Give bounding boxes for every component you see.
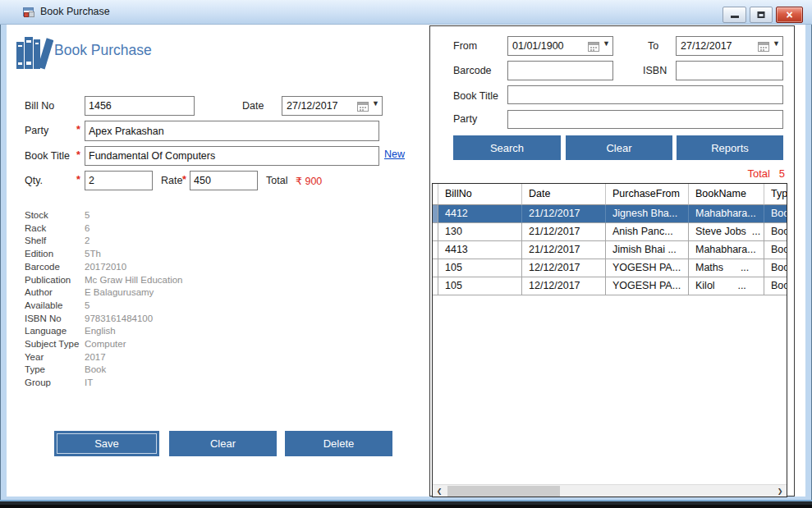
search-button[interactable]: Search (453, 135, 561, 160)
grid-column-header-billno[interactable]: BillNo (438, 184, 522, 205)
grid-column-header-type[interactable]: Type (764, 184, 787, 205)
grid-cell[interactable]: YOGESH PA... (606, 259, 689, 277)
barcode-input[interactable] (507, 61, 613, 80)
grid-cell[interactable]: Book (764, 223, 787, 241)
detail-value: IT (85, 378, 93, 387)
table-row[interactable]: 10512/12/2017YOGESH PA...Kilol ...Book (433, 277, 787, 295)
row-header-strip[interactable] (433, 223, 438, 241)
table-row[interactable]: 10512/12/2017YOGESH PA...Maths ...Book (433, 259, 787, 277)
detail-value: E Balagurusamy (85, 287, 154, 297)
chevron-down-icon: ▼ (603, 39, 610, 48)
grid-cell[interactable]: Steve Jobs ... (689, 223, 764, 241)
date-picker[interactable]: 27/12/2017 ▼ (282, 96, 383, 116)
minimize-button[interactable] (723, 7, 746, 23)
search-book-title-label: Book Title (453, 90, 498, 102)
grid-column-header-date[interactable]: Date (522, 184, 606, 205)
calendar-icon (758, 40, 769, 55)
horizontal-scrollbar[interactable]: ❮ ❯ (433, 484, 787, 497)
grid-corner-cell (433, 184, 438, 205)
grid-cell[interactable]: Book (764, 277, 787, 295)
grid-cell[interactable]: YOGESH PA... (606, 277, 689, 295)
row-header-strip[interactable] (433, 205, 438, 223)
close-button[interactable]: × (776, 7, 803, 23)
row-header-strip[interactable] (433, 277, 438, 295)
to-date-picker[interactable]: 27/12/2017 ▼ (676, 36, 783, 56)
books-icon (14, 33, 53, 77)
from-label: From (453, 40, 477, 52)
party-label: Party (25, 125, 48, 136)
detail-value: 6 (85, 223, 89, 233)
search-book-title-input[interactable] (507, 85, 783, 104)
search-clear-button[interactable]: Clear (566, 135, 672, 160)
grid-cell[interactable]: Kilol ... (689, 277, 764, 295)
isbn-label: ISBN (643, 65, 667, 76)
grid-cell[interactable]: 21/12/2017 (522, 241, 606, 259)
rate-input[interactable] (190, 171, 258, 190)
row-header-strip[interactable] (433, 259, 438, 277)
search-party-label: Party (453, 113, 477, 125)
detail-value: 2 (85, 236, 89, 245)
to-label: To (648, 40, 658, 52)
grid-cell[interactable]: Book (764, 259, 787, 277)
grid-cell[interactable]: Book (764, 205, 787, 223)
detail-label: Stock (25, 210, 48, 220)
calendar-icon (357, 100, 369, 115)
delete-button[interactable]: Delete (285, 431, 392, 456)
grid-column-header-bookname[interactable]: BookName (689, 184, 764, 205)
rate-required-asterisk: * (182, 174, 186, 185)
clear-button[interactable]: Clear (169, 431, 277, 456)
grid-cell[interactable]: 21/12/2017 (522, 223, 606, 241)
new-book-link[interactable]: New (384, 149, 405, 160)
chevron-down-icon: ▼ (372, 99, 379, 108)
save-button[interactable]: Save (54, 431, 159, 456)
detail-label: Group (25, 378, 51, 387)
grid-cell[interactable]: Anish Panc... (606, 223, 689, 241)
detail-label: Year (25, 352, 44, 362)
detail-value: English (85, 326, 116, 336)
reports-button[interactable]: Reports (677, 135, 783, 160)
content-area: Book Purchase Bill No Date 27/12/2017 ▼ … (7, 25, 805, 497)
table-row[interactable]: 441221/12/2017Jignesh Bha...Mahabhara...… (433, 205, 787, 223)
scroll-right-icon[interactable]: ❯ (773, 485, 787, 497)
row-header-strip[interactable] (433, 241, 438, 259)
book-title-required-asterisk: * (76, 149, 80, 161)
detail-value: Computer (85, 339, 126, 349)
party-input[interactable] (85, 121, 379, 141)
date-value: 27/12/2017 (287, 100, 338, 112)
grid-cell[interactable]: 4412 (438, 205, 522, 223)
grid-cell[interactable]: 105 (438, 259, 522, 277)
detail-value: 5 (85, 210, 89, 220)
grid-cell[interactable]: Jignesh Bha... (606, 205, 689, 223)
scroll-left-icon[interactable]: ❮ (433, 485, 446, 497)
search-party-input[interactable] (507, 110, 783, 129)
bill-no-input[interactable] (85, 96, 195, 116)
grid-cell[interactable]: Mahabhara... (689, 205, 764, 223)
detail-label: Author (25, 287, 53, 297)
detail-label: Language (25, 326, 67, 336)
scrollbar-thumb[interactable] (447, 486, 560, 497)
maximize-icon (758, 11, 765, 18)
app-window: Book Purchase × Book Purchas (0, 0, 812, 508)
grid-cell[interactable]: Maths ... (689, 259, 764, 277)
grid-cell[interactable]: Mahabhara... (689, 241, 764, 259)
maximize-button[interactable] (750, 7, 773, 23)
grid-cell[interactable]: 4413 (438, 241, 522, 259)
grid-cell[interactable]: 105 (438, 277, 522, 295)
grid-cell[interactable]: 21/12/2017 (522, 205, 606, 223)
grid-cell[interactable]: Jimish Bhai ... (606, 241, 689, 259)
grid-cell[interactable]: 130 (438, 223, 522, 241)
results-total: Total 5 (701, 167, 785, 180)
table-row[interactable]: 441321/12/2017Jimish Bhai ...Mahabhara..… (433, 241, 787, 259)
book-title-input[interactable] (85, 146, 379, 166)
title-bar[interactable]: Book Purchase × (0, 0, 812, 25)
grid-cell[interactable]: 12/12/2017 (522, 277, 606, 295)
qty-input[interactable] (85, 171, 153, 190)
table-row[interactable]: 13021/12/2017Anish Panc...Steve Jobs ...… (433, 223, 787, 241)
isbn-input[interactable] (676, 61, 783, 80)
grid-cell[interactable]: Book (764, 241, 787, 259)
grid-header-row: BillNoDatePurchaseFromBookNameType (433, 184, 787, 205)
grid-cell[interactable]: 12/12/2017 (522, 259, 606, 277)
grid-column-header-purchasefrom[interactable]: PurchaseFrom (606, 184, 689, 205)
rate-label: Rate (161, 175, 182, 186)
from-date-picker[interactable]: 01/01/1900 ▼ (507, 36, 613, 56)
